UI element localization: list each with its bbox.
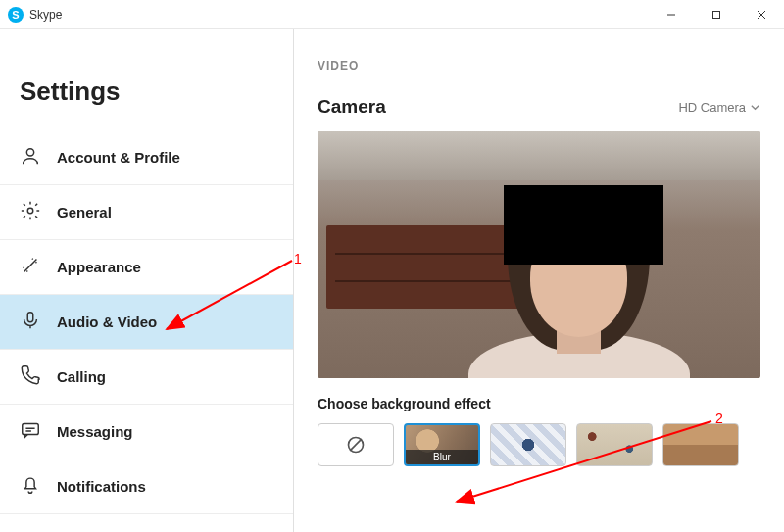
background-effects-row: Blur <box>318 423 760 466</box>
sidebar-item-audio-video[interactable]: Audio & Video <box>0 295 293 350</box>
sidebar-item-label: General <box>57 204 112 220</box>
wand-icon <box>20 255 41 280</box>
sidebar-item-appearance[interactable]: Appearance <box>0 240 293 295</box>
none-icon <box>346 435 366 455</box>
background-effect-heading: Choose background effect <box>318 396 760 411</box>
message-icon <box>20 419 41 445</box>
gear-icon <box>20 200 41 225</box>
sidebar-item-label: Audio & Video <box>57 314 157 330</box>
main-panel: VIDEO Camera HD Camera Choose background… <box>294 29 784 532</box>
close-button[interactable] <box>739 0 784 29</box>
sidebar-item-messaging[interactable]: Messaging <box>0 405 293 459</box>
app-title: Skype <box>29 8 62 22</box>
camera-selected-value: HD Camera <box>678 100 746 115</box>
section-label-video: VIDEO <box>318 59 760 73</box>
sidebar-item-notifications[interactable]: Notifications <box>0 459 293 514</box>
effect-background-2[interactable] <box>576 423 653 466</box>
redaction-box <box>504 185 663 265</box>
sidebar-item-label: Messaging <box>57 423 133 440</box>
svg-rect-6 <box>27 312 33 321</box>
camera-select-dropdown[interactable]: HD Camera <box>678 100 760 115</box>
minimize-button[interactable] <box>649 0 694 29</box>
mic-icon <box>20 310 41 335</box>
skype-logo-icon: S <box>8 7 24 23</box>
effect-caption: Blur <box>406 450 478 464</box>
sidebar-item-label: Appearance <box>57 259 141 275</box>
effect-background-1[interactable] <box>490 423 566 466</box>
settings-sidebar: Settings Account & Profile General Appea… <box>0 29 294 532</box>
maximize-button[interactable] <box>694 0 739 29</box>
sidebar-item-calling[interactable]: Calling <box>0 350 293 405</box>
sidebar-item-general[interactable]: General <box>0 185 293 240</box>
window-controls <box>649 0 784 29</box>
sidebar-item-label: Calling <box>57 368 106 385</box>
sidebar-item-label: Account & Profile <box>57 149 180 166</box>
user-icon <box>20 145 41 170</box>
camera-preview <box>318 131 760 378</box>
chevron-down-icon <box>750 102 760 113</box>
effect-blur[interactable]: Blur <box>404 423 480 466</box>
effect-none[interactable] <box>318 423 394 466</box>
effect-background-3[interactable] <box>662 423 739 466</box>
svg-point-5 <box>27 208 33 214</box>
sidebar-item-account-profile[interactable]: Account & Profile <box>0 130 293 185</box>
sidebar-title: Settings <box>0 29 293 130</box>
svg-line-9 <box>350 439 362 451</box>
svg-rect-1 <box>713 11 720 18</box>
sidebar-item-label: Notifications <box>57 478 146 495</box>
camera-heading: Camera <box>318 96 386 118</box>
svg-point-4 <box>26 148 33 155</box>
svg-rect-7 <box>23 423 39 434</box>
titlebar: S Skype <box>0 0 784 29</box>
phone-icon <box>20 364 41 390</box>
bell-icon <box>20 474 41 500</box>
